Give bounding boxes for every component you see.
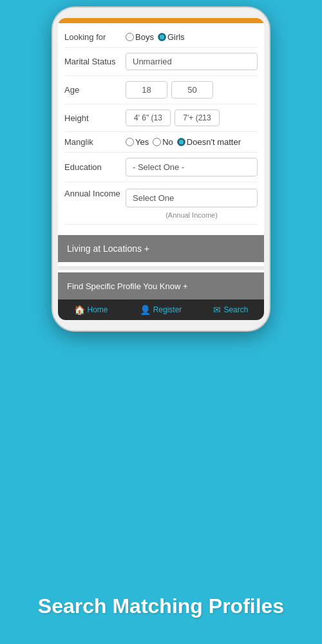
home-icon: 🏠: [74, 305, 85, 315]
phone-screen: Looking for Boys Girls Marital: [58, 18, 264, 320]
age-controls: 18 50: [126, 81, 258, 99]
annual-income-label: Annual Income: [64, 189, 126, 198]
search-icon: ✉: [213, 305, 221, 315]
manglik-row: Manglik Yes No Doesn't matter: [64, 132, 258, 153]
register-label: Register: [153, 305, 182, 314]
annual-income-row: Annual Income Select One (Annual Income): [64, 182, 258, 225]
manglik-no[interactable]: No: [153, 137, 173, 147]
marital-status-value[interactable]: Unmarried: [126, 53, 258, 70]
girls-option[interactable]: Girls: [158, 32, 185, 42]
form-section: Looking for Boys Girls Marital: [58, 23, 264, 231]
looking-for-row: Looking for Boys Girls: [64, 27, 258, 48]
boys-label: Boys: [135, 32, 154, 42]
height-controls: 4' 6" (13 7'+ (213: [126, 109, 258, 126]
find-label: Find Specific Profile You Know +: [67, 281, 188, 291]
girls-radio[interactable]: [158, 33, 166, 41]
education-controls: - Select One -: [126, 158, 258, 176]
manglik-no-radio[interactable]: [153, 138, 161, 146]
headline: Search Matching Profiles: [0, 594, 322, 618]
nav-register[interactable]: 👤 Register: [140, 305, 182, 315]
nav-search[interactable]: ✉ Search: [213, 305, 248, 315]
nav-home[interactable]: 🏠 Home: [74, 305, 108, 315]
education-label: Education: [64, 162, 126, 172]
manglik-yes[interactable]: Yes: [126, 137, 149, 147]
education-row: Education - Select One -: [64, 153, 258, 182]
boys-option[interactable]: Boys: [126, 32, 154, 42]
bottom-text: Search Matching Profiles: [0, 594, 322, 618]
manglik-label: Manglik: [64, 137, 126, 147]
marital-status-label: Marital Status: [64, 57, 126, 66]
height-label: Height: [64, 113, 126, 123]
height-min[interactable]: 4' 6" (13: [126, 109, 171, 126]
manglik-yes-radio[interactable]: [126, 138, 134, 146]
age-max[interactable]: 50: [171, 81, 213, 99]
annual-income-sub: (Annual Income): [126, 211, 258, 219]
manglik-yes-label: Yes: [135, 137, 149, 147]
age-label: Age: [64, 85, 126, 95]
age-inputs: 18 50: [126, 81, 213, 99]
age-min[interactable]: 18: [126, 81, 167, 99]
manglik-controls: Yes No Doesn't matter: [126, 137, 258, 147]
marital-status-controls: Unmarried: [126, 53, 258, 70]
orange-bar: [58, 18, 264, 23]
girls-label: Girls: [167, 32, 185, 42]
looking-for-controls: Boys Girls: [126, 32, 258, 42]
education-select[interactable]: - Select One -: [126, 158, 258, 176]
find-section[interactable]: Find Specific Profile You Know +: [58, 272, 264, 299]
register-icon: 👤: [140, 305, 151, 315]
home-label: Home: [88, 305, 108, 314]
divider: [58, 266, 264, 270]
annual-income-select[interactable]: Select One: [126, 189, 258, 207]
manglik-doesnt-matter[interactable]: Doesn't matter: [177, 137, 241, 147]
manglik-no-label: No: [162, 137, 173, 147]
height-row: Height 4' 6" (13 7'+ (213: [64, 104, 258, 132]
phone-wrapper: Looking for Boys Girls Marital: [52, 6, 270, 332]
living-label: Living at Locations +: [67, 243, 149, 254]
height-inputs: 4' 6" (13 7'+ (213: [126, 109, 220, 126]
annual-income-controls: Select One (Annual Income): [126, 189, 258, 219]
height-max[interactable]: 7'+ (213: [175, 109, 220, 126]
phone-frame: Looking for Boys Girls Marital: [52, 6, 270, 332]
manglik-doesnt-matter-label: Doesn't matter: [187, 137, 241, 147]
living-section[interactable]: Living at Locations +: [58, 235, 264, 262]
marital-status-row: Marital Status Unmarried: [64, 48, 258, 76]
age-row: Age 18 50: [64, 76, 258, 104]
manglik-doesnt-matter-radio[interactable]: [177, 138, 185, 146]
search-label: Search: [223, 305, 248, 314]
looking-for-label: Looking for: [64, 32, 126, 42]
bottom-nav: 🏠 Home 👤 Register ✉ Search: [58, 299, 264, 320]
boys-radio[interactable]: [126, 33, 134, 41]
